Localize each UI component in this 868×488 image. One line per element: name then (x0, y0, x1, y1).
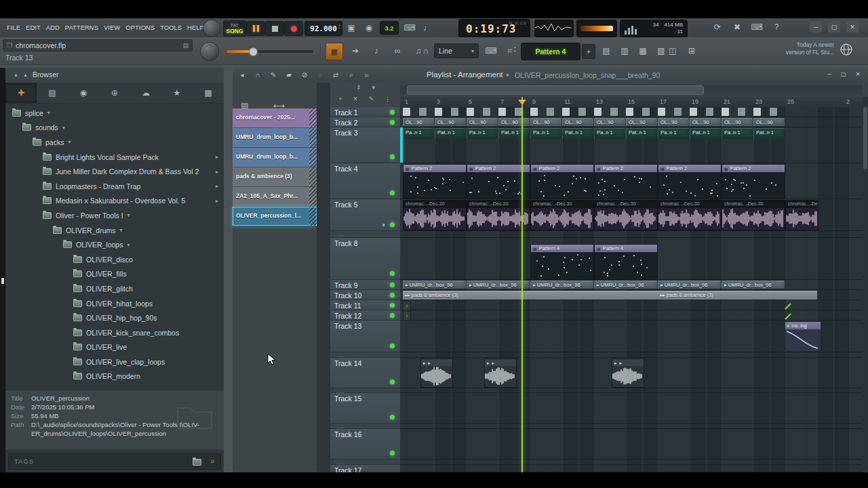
clip[interactable]: OL...90 (722, 118, 753, 126)
tree-item[interactable]: sounds▾ (5, 121, 224, 136)
grid-3-icon[interactable]: ▦ (636, 44, 650, 58)
clip[interactable] (610, 108, 618, 116)
drag-handle[interactable] (309, 167, 317, 186)
clip[interactable]: Pa..n 1 (594, 128, 625, 139)
search-icon[interactable]: ⌕ (210, 456, 215, 466)
track-spacer[interactable]: ... (330, 231, 400, 238)
folder-icon[interactable] (193, 459, 201, 466)
clip[interactable]: Pa..n 1 (530, 128, 561, 139)
clip[interactable] (722, 108, 729, 116)
clip[interactable]: OL...90 (435, 118, 466, 126)
note-icon[interactable]: ♪ (370, 44, 383, 58)
keyboard-icon[interactable]: ⌨ (484, 44, 498, 58)
record-arm-dot[interactable] (390, 271, 395, 276)
sync-icon[interactable]: ⟳ (711, 20, 724, 34)
pattern-clip[interactable]: ▤Pattern 2 (403, 164, 467, 199)
clip[interactable] (738, 108, 745, 116)
record-arm-dot[interactable] (390, 120, 395, 125)
pattern-selector[interactable]: Pattern 4 (521, 43, 580, 60)
clip[interactable]: ▸ UMRU_dr...box_96 (594, 281, 657, 289)
drag-handle[interactable] (309, 128, 317, 147)
record-arm-dot[interactable] (390, 415, 395, 420)
master-volume-slider[interactable] (576, 20, 617, 37)
audio-clip[interactable]: ▸▸ (484, 359, 517, 388)
step-edit-icon[interactable]: ▣ (344, 21, 358, 35)
audio-clip[interactable]: chromac...-Dec-30 (594, 200, 658, 230)
cross-icon[interactable]: ✕ (353, 96, 358, 102)
clip[interactable]: Pa..n 1 (722, 128, 753, 139)
record-arm-dot[interactable] (390, 380, 395, 384)
track-header[interactable]: Track 17 (330, 465, 400, 472)
plugins-tab[interactable]: ✚ (5, 83, 37, 103)
record-arm-dot[interactable] (390, 110, 395, 115)
pattern-clip[interactable]: ▤Pattern 2 (530, 164, 594, 199)
close-button[interactable]: ✕ (846, 22, 859, 33)
collapse-all-icon[interactable]: ▲ (14, 73, 18, 77)
clip[interactable]: Pat..n 1 (690, 128, 721, 139)
track-header[interactable]: Track 12 (330, 310, 400, 321)
track-header[interactable]: Track 8 (330, 238, 400, 280)
shuffle-knob[interactable] (203, 20, 220, 37)
clip[interactable] (435, 108, 442, 116)
clip[interactable] (403, 108, 410, 116)
tree-item[interactable]: packs▾ (5, 135, 224, 150)
clip[interactable] (530, 108, 538, 116)
track-header[interactable]: Track 14 (330, 358, 400, 388)
track-spacer[interactable]: ... (330, 388, 400, 393)
clip[interactable]: ▸ UMRU_dr...box_96 (467, 281, 530, 289)
menu-tools[interactable]: TOOLS (157, 18, 184, 37)
clip[interactable]: OL...90 (530, 118, 561, 126)
tree-item[interactable]: OLIVER_disco (5, 252, 224, 267)
tree-item[interactable]: OLIVER_modern (5, 369, 224, 384)
collapsed-panel-strip[interactable] (0, 68, 5, 472)
detach-arrow-icon[interactable]: ◂ (237, 69, 248, 81)
wait-input-icon[interactable]: ◉ (362, 21, 376, 35)
tempo-spinner-icon[interactable]: ▴▾ (338, 23, 340, 30)
clip[interactable]: Pat..n 1 (498, 128, 530, 139)
clip[interactable]: ▸ UMRU_dr...box_96 (530, 281, 593, 289)
chevron-down-icon[interactable]: ▾ (382, 222, 385, 228)
grid-2-icon[interactable]: ▥ (618, 44, 631, 58)
clip[interactable] (467, 108, 474, 116)
samples-tab[interactable]: ◉ (68, 83, 99, 103)
tree-item[interactable]: OLIVER_kick_snare_combos (5, 325, 224, 340)
drag-handle[interactable] (309, 108, 317, 127)
grid-1-icon[interactable]: ▤ (599, 44, 613, 58)
slider-handle[interactable] (249, 47, 258, 56)
picker-item[interactable]: UMRU_drum_loop_b... (233, 148, 317, 167)
mute-icon[interactable]: ◌ (315, 69, 326, 81)
clip[interactable] (483, 108, 490, 116)
minimize-button[interactable]: ─ (810, 22, 822, 33)
tree-item[interactable]: Medasin x Sakuraburst - Overdose Vol. 5▸ (5, 194, 224, 209)
tree-item[interactable]: splice▾ (5, 106, 224, 121)
tree-item[interactable]: OLIVER_hihat_loops (5, 296, 224, 311)
paint-icon[interactable]: ▰ (283, 69, 294, 81)
scrollbar-thumb[interactable] (407, 85, 704, 95)
keys-tab[interactable]: ▦ (193, 83, 224, 103)
automation-clip-mini[interactable] (784, 311, 792, 320)
clip[interactable]: OL...90 (467, 118, 498, 126)
play-icon[interactable]: ▸ (429, 361, 431, 365)
tree-item[interactable]: OLIVER_fills (5, 267, 224, 282)
menu-add[interactable]: ADD (43, 18, 62, 37)
clip[interactable] (690, 108, 697, 116)
picker-item[interactable]: UMRU_drum_loop_b... (233, 128, 317, 148)
clip[interactable] (547, 108, 554, 116)
panic-icon[interactable]: ✖ (730, 20, 744, 34)
pattern-clip[interactable]: ▤Pattern 2 (467, 164, 530, 199)
picker-panel-icon[interactable]: ◫ (666, 44, 679, 58)
clip[interactable] (753, 108, 761, 116)
drag-handle[interactable] (309, 187, 317, 206)
pattern-spinner-icon[interactable]: ▴▾ (514, 45, 516, 53)
track-spacer[interactable]: ... (330, 352, 400, 358)
zoom-icon[interactable]: ⌕ (346, 69, 357, 81)
tree-item[interactable]: Loopmasters - Dream Trap▸ (5, 179, 224, 194)
picker-item[interactable]: ZA2_105_A_Sax_Phr... (233, 187, 317, 207)
pat-label[interactable]: PAT (231, 23, 239, 28)
record-arm-dot[interactable] (390, 313, 395, 318)
track-header[interactable]: Track 4 (330, 163, 400, 199)
magnet-icon[interactable]: ∩ (419, 44, 433, 58)
clip[interactable]: Pat..n 1 (435, 128, 466, 139)
clip[interactable] (419, 108, 427, 116)
audio-clip[interactable]: chromac...-Dec-30 (403, 200, 467, 230)
